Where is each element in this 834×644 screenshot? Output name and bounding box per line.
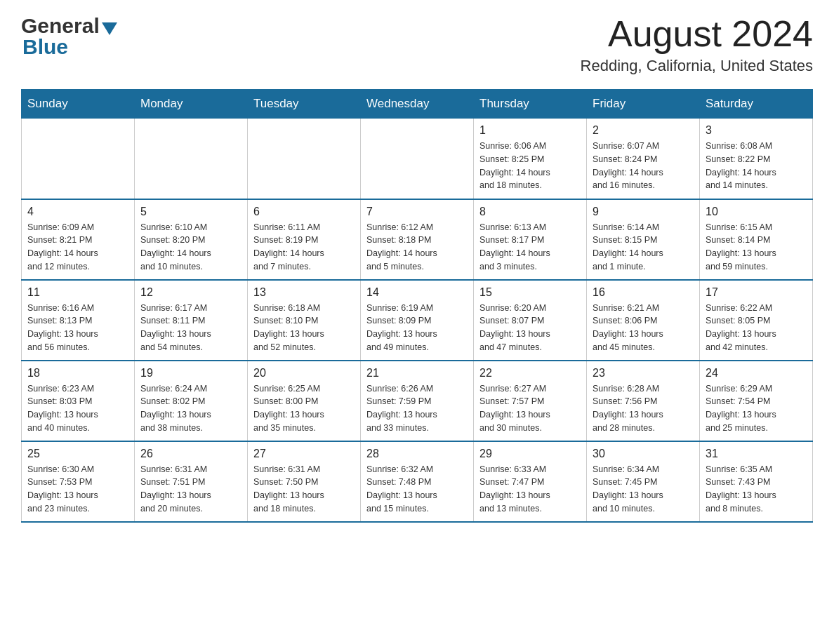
day-info: Sunrise: 6:16 AM Sunset: 8:13 PM Dayligh… [27,302,128,354]
day-number: 26 [140,448,241,460]
day-number: 31 [706,448,807,460]
day-info: Sunrise: 6:10 AM Sunset: 8:20 PM Dayligh… [140,221,241,274]
day-number: 29 [479,448,581,460]
day-info: Sunrise: 6:31 AM Sunset: 7:51 PM Dayligh… [140,463,241,516]
day-number: 18 [27,367,128,380]
calendar-cell: 31Sunrise: 6:35 AM Sunset: 7:43 PM Dayli… [700,441,813,522]
calendar-cell: 29Sunrise: 6:33 AM Sunset: 7:47 PM Dayli… [474,441,587,522]
calendar-cell: 1Sunrise: 6:06 AM Sunset: 8:25 PM Daylig… [474,119,587,199]
day-info: Sunrise: 6:06 AM Sunset: 8:25 PM Dayligh… [479,140,581,192]
calendar-cell: 17Sunrise: 6:22 AM Sunset: 8:05 PM Dayli… [700,280,813,361]
day-number: 7 [366,206,468,218]
day-number: 24 [706,367,807,380]
calendar-cell [135,119,248,199]
week-row-5: 25Sunrise: 6:30 AM Sunset: 7:53 PM Dayli… [22,441,813,522]
day-info: Sunrise: 6:23 AM Sunset: 8:03 PM Dayligh… [27,382,128,435]
calendar-cell: 28Sunrise: 6:32 AM Sunset: 7:48 PM Dayli… [361,441,474,522]
day-number: 9 [593,206,694,218]
day-header-sunday: Sunday [22,90,135,119]
day-header-tuesday: Tuesday [248,90,361,119]
calendar-table: SundayMondayTuesdayWednesdayThursdayFrid… [21,89,813,523]
day-info: Sunrise: 6:30 AM Sunset: 7:53 PM Dayligh… [27,463,128,516]
day-info: Sunrise: 6:07 AM Sunset: 8:24 PM Dayligh… [593,140,694,192]
day-info: Sunrise: 6:12 AM Sunset: 8:18 PM Dayligh… [366,221,468,274]
calendar-cell: 11Sunrise: 6:16 AM Sunset: 8:13 PM Dayli… [22,280,135,361]
day-info: Sunrise: 6:09 AM Sunset: 8:21 PM Dayligh… [27,221,128,274]
week-row-2: 4Sunrise: 6:09 AM Sunset: 8:21 PM Daylig… [22,199,813,280]
calendar-header-row: SundayMondayTuesdayWednesdayThursdayFrid… [22,90,813,119]
calendar-cell: 13Sunrise: 6:18 AM Sunset: 8:10 PM Dayli… [248,280,361,361]
day-info: Sunrise: 6:28 AM Sunset: 7:56 PM Dayligh… [593,382,694,435]
day-number: 6 [253,206,355,218]
day-header-friday: Friday [587,90,700,119]
day-info: Sunrise: 6:18 AM Sunset: 8:10 PM Dayligh… [253,302,355,354]
calendar-cell: 22Sunrise: 6:27 AM Sunset: 7:57 PM Dayli… [474,361,587,441]
day-info: Sunrise: 6:25 AM Sunset: 8:00 PM Dayligh… [253,382,355,435]
calendar-cell: 21Sunrise: 6:26 AM Sunset: 7:59 PM Dayli… [361,361,474,441]
day-number: 23 [593,367,694,380]
day-header-thursday: Thursday [474,90,587,119]
day-info: Sunrise: 6:21 AM Sunset: 8:06 PM Dayligh… [593,302,694,354]
calendar-cell: 8Sunrise: 6:13 AM Sunset: 8:17 PM Daylig… [474,199,587,280]
calendar-cell: 24Sunrise: 6:29 AM Sunset: 7:54 PM Dayli… [700,361,813,441]
calendar-cell [22,119,135,199]
calendar-cell: 25Sunrise: 6:30 AM Sunset: 7:53 PM Dayli… [22,441,135,522]
day-info: Sunrise: 6:13 AM Sunset: 8:17 PM Dayligh… [479,221,581,274]
calendar-cell: 26Sunrise: 6:31 AM Sunset: 7:51 PM Dayli… [135,441,248,522]
calendar-cell: 20Sunrise: 6:25 AM Sunset: 8:00 PM Dayli… [248,361,361,441]
day-info: Sunrise: 6:31 AM Sunset: 7:50 PM Dayligh… [253,463,355,516]
day-number: 30 [593,448,694,460]
day-number: 2 [593,124,694,137]
logo: General Blue [21,14,117,59]
day-info: Sunrise: 6:33 AM Sunset: 7:47 PM Dayligh… [479,463,581,516]
calendar-cell: 2Sunrise: 6:07 AM Sunset: 8:24 PM Daylig… [587,119,700,199]
day-number: 25 [27,448,128,460]
logo-triangle-icon [102,22,117,35]
calendar-cell: 4Sunrise: 6:09 AM Sunset: 8:21 PM Daylig… [22,199,135,280]
day-number: 13 [253,286,355,299]
week-row-4: 18Sunrise: 6:23 AM Sunset: 8:03 PM Dayli… [22,361,813,441]
logo-general-text: General [21,14,100,38]
calendar-cell: 16Sunrise: 6:21 AM Sunset: 8:06 PM Dayli… [587,280,700,361]
day-number: 15 [479,286,581,299]
day-number: 27 [253,448,355,460]
day-number: 10 [706,206,807,218]
calendar-cell [248,119,361,199]
day-header-saturday: Saturday [700,90,813,119]
calendar-cell: 18Sunrise: 6:23 AM Sunset: 8:03 PM Dayli… [22,361,135,441]
calendar-cell: 7Sunrise: 6:12 AM Sunset: 8:18 PM Daylig… [361,199,474,280]
day-header-wednesday: Wednesday [361,90,474,119]
week-row-3: 11Sunrise: 6:16 AM Sunset: 8:13 PM Dayli… [22,280,813,361]
day-info: Sunrise: 6:22 AM Sunset: 8:05 PM Dayligh… [706,302,807,354]
day-info: Sunrise: 6:34 AM Sunset: 7:45 PM Dayligh… [593,463,694,516]
day-number: 19 [140,367,241,380]
day-info: Sunrise: 6:29 AM Sunset: 7:54 PM Dayligh… [706,382,807,435]
calendar-cell [361,119,474,199]
location-subtitle: Redding, California, United States [581,57,813,75]
day-info: Sunrise: 6:35 AM Sunset: 7:43 PM Dayligh… [706,463,807,516]
calendar-cell: 6Sunrise: 6:11 AM Sunset: 8:19 PM Daylig… [248,199,361,280]
title-block: August 2024 Redding, California, United … [581,14,813,75]
day-number: 5 [140,206,241,218]
day-info: Sunrise: 6:20 AM Sunset: 8:07 PM Dayligh… [479,302,581,354]
calendar-cell: 9Sunrise: 6:14 AM Sunset: 8:15 PM Daylig… [587,199,700,280]
day-info: Sunrise: 6:26 AM Sunset: 7:59 PM Dayligh… [366,382,468,435]
calendar-cell: 30Sunrise: 6:34 AM Sunset: 7:45 PM Dayli… [587,441,700,522]
day-number: 22 [479,367,581,380]
month-title: August 2024 [581,14,813,54]
day-info: Sunrise: 6:11 AM Sunset: 8:19 PM Dayligh… [253,221,355,274]
calendar-cell: 14Sunrise: 6:19 AM Sunset: 8:09 PM Dayli… [361,280,474,361]
day-info: Sunrise: 6:08 AM Sunset: 8:22 PM Dayligh… [706,140,807,192]
day-header-monday: Monday [135,90,248,119]
day-info: Sunrise: 6:17 AM Sunset: 8:11 PM Dayligh… [140,302,241,354]
day-info: Sunrise: 6:32 AM Sunset: 7:48 PM Dayligh… [366,463,468,516]
calendar-cell: 15Sunrise: 6:20 AM Sunset: 8:07 PM Dayli… [474,280,587,361]
day-number: 11 [27,286,128,299]
day-number: 14 [366,286,468,299]
day-number: 12 [140,286,241,299]
day-number: 4 [27,206,128,218]
logo-blue-text: Blue [22,35,68,59]
day-info: Sunrise: 6:24 AM Sunset: 8:02 PM Dayligh… [140,382,241,435]
calendar-cell: 27Sunrise: 6:31 AM Sunset: 7:50 PM Dayli… [248,441,361,522]
day-number: 17 [706,286,807,299]
